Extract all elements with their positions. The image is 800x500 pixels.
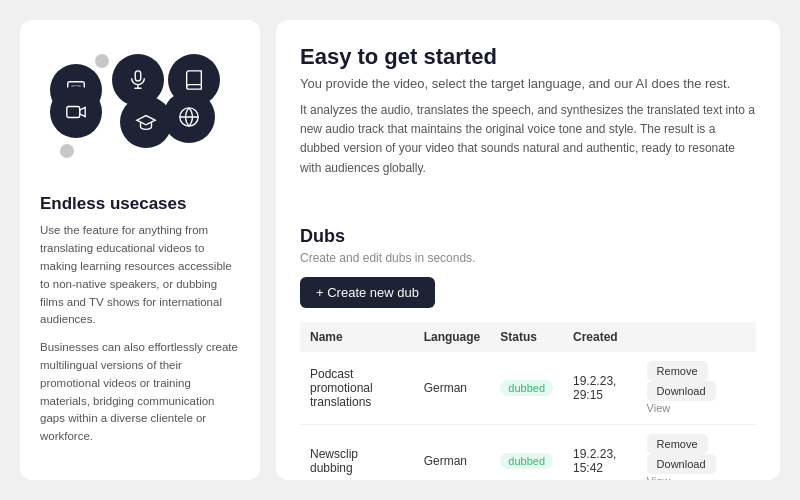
table-header-row: Name Language Status Created (300, 322, 756, 352)
cell-name: Podcast promotional translations (300, 352, 414, 425)
dubs-table: Name Language Status Created Podcast pro… (300, 322, 756, 480)
icons-grid (40, 44, 240, 178)
app-container: Endless usecases Use the feature for any… (0, 0, 800, 500)
left-text-section: Endless usecases Use the feature for any… (40, 194, 240, 456)
status-badge: dubbed (500, 380, 553, 396)
col-header-status: Status (490, 322, 563, 352)
svg-rect-4 (135, 71, 141, 81)
cell-created: 19.2.23, 15:42 (563, 424, 637, 480)
view-button[interactable]: View (647, 475, 671, 480)
svg-rect-7 (67, 107, 80, 118)
dot-decoration (95, 54, 109, 68)
table-row: Podcast promotional translations German … (300, 352, 756, 425)
view-button[interactable]: View (647, 402, 671, 414)
globe-icon (163, 91, 215, 143)
dot-decoration (60, 144, 74, 158)
status-badge: dubbed (500, 453, 553, 469)
right-panel: Easy to get started You provide the vide… (276, 20, 780, 480)
col-header-actions (637, 322, 756, 352)
cell-created: 19.2.23, 29:15 (563, 352, 637, 425)
cell-status: dubbed (490, 352, 563, 425)
table-row: Newsclip dubbing German dubbed 19.2.23, … (300, 424, 756, 480)
dubs-section: Dubs Create and edit dubs in seconds. + … (300, 226, 756, 480)
left-desc-1: Use the feature for anything from transl… (40, 222, 240, 329)
cell-language: German (414, 424, 491, 480)
left-title: Endless usecases (40, 194, 240, 214)
cell-actions: Remove Download View (637, 352, 756, 425)
left-panel: Endless usecases Use the feature for any… (20, 20, 260, 480)
dubs-title: Dubs (300, 226, 756, 247)
cell-name: Newsclip dubbing (300, 424, 414, 480)
left-desc-2: Businesses can also effortlessly create … (40, 339, 240, 446)
download-button[interactable]: Download (647, 454, 716, 474)
col-header-name: Name (300, 322, 414, 352)
create-new-dub-button[interactable]: + Create new dub (300, 277, 435, 308)
right-top-section: Easy to get started You provide the vide… (300, 44, 756, 178)
easy-to-start-body: It analyzes the audio, translates the sp… (300, 101, 756, 178)
col-header-language: Language (414, 322, 491, 352)
video-icon (50, 86, 102, 138)
col-header-created: Created (563, 322, 637, 352)
easy-to-start-subtitle: You provide the video, select the target… (300, 76, 756, 91)
remove-button[interactable]: Remove (647, 361, 708, 381)
cell-actions: Remove Download View (637, 424, 756, 480)
easy-to-start-title: Easy to get started (300, 44, 756, 70)
download-button[interactable]: Download (647, 381, 716, 401)
dubs-subtitle: Create and edit dubs in seconds. (300, 251, 756, 265)
cell-language: German (414, 352, 491, 425)
cell-status: dubbed (490, 424, 563, 480)
remove-button[interactable]: Remove (647, 434, 708, 454)
